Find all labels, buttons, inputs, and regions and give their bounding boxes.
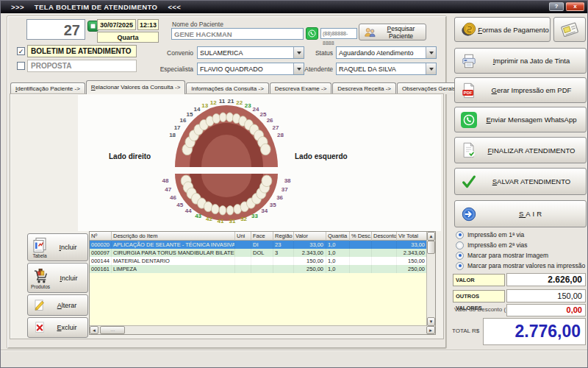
sair-button[interactable]: SAIR [454,200,587,227]
tooth-number-33[interactable]: 33 [251,213,258,219]
alterar-button[interactable]: Alterar [27,294,88,316]
tooth-shape-28[interactable] [261,144,271,155]
finalizar-atendimento-button[interactable]: FINALIZAR ATENDIMENTO [454,137,587,163]
column-header[interactable]: Uni [235,232,251,241]
tooth-number-27[interactable]: 27 [272,124,279,131]
tab-observacoes-gerais[interactable]: Observações Gerais [397,82,461,94]
column-header[interactable]: Vlr Total [397,232,428,241]
table-row[interactable]: 000161LIMPEZA250,001,0250,00 [90,265,435,273]
convenio-select[interactable]: SULAMERICA [197,46,304,59]
chevron-down-icon[interactable] [426,47,436,58]
column-header[interactable]: Face [251,232,273,241]
tooth-number-15[interactable]: 15 [187,111,193,118]
chevron-down-icon[interactable] [426,63,436,74]
radio-mostrar-imagem[interactable]: Marcar para mostrar Imagem [456,251,548,260]
tab-descreva-exame[interactable]: Descreva Exame -> [270,82,331,94]
tooth-number-43[interactable]: 43 [195,213,201,219]
scroll-track[interactable] [125,326,426,334]
tab-descreva-receita[interactable]: Descreva Receita -> [332,82,396,94]
tooth-number-22[interactable]: 22 [236,99,243,106]
tooth-shape-12[interactable] [212,113,220,123]
tooth-shape-38[interactable] [262,175,272,187]
tooth-shape-43[interactable] [204,202,212,212]
boletim-checkbox[interactable]: ✓ [17,47,25,55]
table-row[interactable]: 000020APLICAÇÃO DE SELANTE - TÉCNICA INV… [90,241,435,249]
salvar-atendimento-button[interactable]: SALVAR ATENDIMENTO [454,168,587,195]
tooth-number-41[interactable]: 41 [218,218,224,224]
tooth-number-18[interactable]: 18 [169,132,176,138]
tooth-number-36[interactable]: 36 [276,194,283,201]
tooth-number-23[interactable]: 23 [245,102,251,109]
chevron-down-icon[interactable] [293,47,304,58]
formas-pagamento-button[interactable]: Formas de Pagamento [454,17,551,42]
column-header[interactable]: Desconto [372,232,397,241]
tooth-number-32[interactable]: 32 [240,216,247,222]
tooth-shape-41[interactable] [219,206,226,216]
outros-valores-value[interactable]: 150,00 [506,289,586,302]
radio-impressao-1-via[interactable]: Impressão em 1ª via [456,230,524,239]
desconto-value[interactable]: 0,00 [506,304,586,316]
phone-field[interactable]: (88)88888-8888 [320,28,357,39]
tooth-number-35[interactable]: 35 [270,202,276,208]
column-header[interactable]: Região [273,232,294,241]
incluir-tabela-button[interactable]: TabelaIncluir [27,233,88,261]
scroll-track[interactable] [427,254,435,317]
scroll-left-icon[interactable]: ◄ [90,326,98,334]
scroll-thumb[interactable] [427,241,435,254]
horizontal-scrollbar[interactable]: ◄ ⋯ ► [90,325,435,334]
tooth-number-28[interactable]: 28 [277,132,284,138]
tooth-number-37[interactable]: 37 [282,186,288,193]
incluir-produtos-button[interactable]: ProdutosIncluir [27,263,88,293]
tooth-number-44[interactable]: 44 [185,208,192,214]
radio-impressao-2-vias[interactable]: Impressão em 2ª vias [456,241,528,250]
close-button[interactable]: x [566,2,584,11]
tooth-number-48[interactable]: 48 [162,177,168,184]
tooth-number-21[interactable]: 21 [228,98,234,105]
tooth-number-16[interactable]: 16 [179,117,186,124]
tab-informacoes-consulta[interactable]: Informações da Consulta -> [186,82,269,94]
tooth-number-12[interactable]: 12 [210,99,217,106]
imprimir-jato-tinta-button[interactable]: Imprimir na Jato de Tinta [454,48,587,74]
recibo-button[interactable] [553,17,586,42]
scroll-up-icon[interactable]: ▲ [427,232,435,241]
scroll-right-icon[interactable]: ► [426,326,435,334]
excluir-button[interactable]: Excluir [27,317,88,338]
tooth-number-25[interactable]: 25 [260,111,267,118]
tooth-number-31[interactable]: 31 [229,218,236,224]
tooth-shape-31[interactable] [226,206,234,216]
help-button[interactable]: ? [549,2,564,11]
tooth-number-46[interactable]: 46 [170,194,176,201]
scroll-thumb[interactable]: ⋯ [100,326,125,334]
proposta-checkbox[interactable] [17,62,25,70]
vertical-scrollbar[interactable]: ▲ ▼ [426,232,435,326]
status-select[interactable]: Aguardando Atendimento [336,46,437,59]
enviar-whatsapp-button[interactable]: Enviar Mensagem WhatsApp [454,107,587,132]
patient-name-input[interactable] [171,28,304,40]
tooth-number-17[interactable]: 17 [174,124,181,131]
tooth-number-11[interactable]: 11 [219,98,226,105]
tab-relacionar-valores[interactable]: Relacionar Valores da Consulta -> [86,80,185,94]
radio-mostrar-valores[interactable]: Marcar para mostrar valores na impressão [456,261,585,270]
table-row[interactable]: 000097CIRURGIA PARA TORUS MANDIBULAR BIL… [90,249,435,257]
especialista-select[interactable]: FLAVIO QUADRADO [197,63,304,75]
column-header[interactable]: Quantia [326,232,350,241]
atendente-select[interactable]: RAQUEL DA SILVA [336,63,437,75]
tooth-shape-42[interactable] [212,205,220,214]
tooth-shape-21[interactable] [226,113,234,122]
gerar-pdf-button[interactable]: Gerar Impressão em PDF [454,77,587,103]
whatsapp-phone-button[interactable] [306,27,318,40]
tooth-number-13[interactable]: 13 [201,102,208,109]
column-header[interactable]: Valor [294,232,326,241]
tooth-number-24[interactable]: 24 [253,106,259,113]
tooth-number-14[interactable]: 14 [194,106,201,113]
record-number-field[interactable]: 27 [26,19,85,40]
table-row[interactable]: 000144MATERIAL DENTARIO150,001,0150,00 [90,257,435,265]
tooth-number-45[interactable]: 45 [176,202,183,208]
tooth-number-42[interactable]: 42 [206,216,212,222]
column-header[interactable]: % Desc. [350,232,372,241]
column-header[interactable]: Nº [90,232,112,241]
tab-identificacao-paciente[interactable]: Identificação Paciente -> [10,82,85,94]
column-header[interactable]: Descrição do Item [112,232,235,241]
tooth-number-47[interactable]: 47 [165,186,171,193]
search-patient-button[interactable]: Pesquisar Paciente [359,24,426,40]
